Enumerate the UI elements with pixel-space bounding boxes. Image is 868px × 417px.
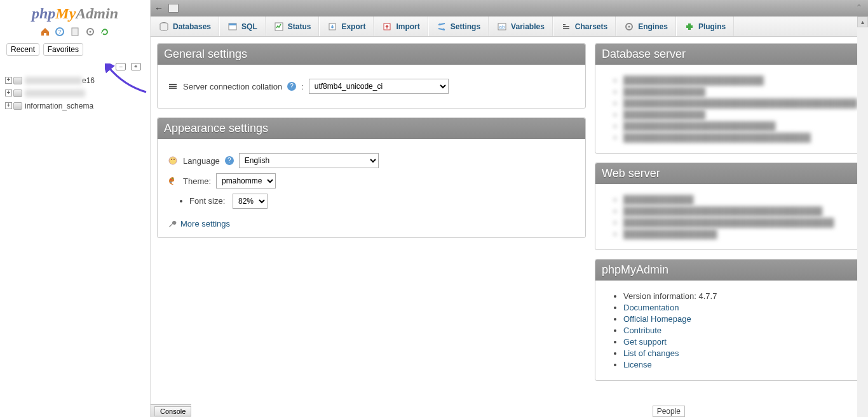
home-icon[interactable]: [40, 27, 50, 37]
engines-icon: [624, 22, 634, 32]
reload-icon[interactable]: [100, 27, 110, 37]
expand-icon[interactable]: +: [5, 89, 12, 96]
svg-point-23: [169, 157, 177, 164]
svg-point-11: [438, 23, 440, 25]
version-info: Version information: 4.7.7: [623, 291, 851, 301]
import-icon: [382, 22, 392, 32]
tab-status[interactable]: Status: [266, 17, 320, 36]
collation-label: Server connection collation: [183, 82, 282, 91]
logout-icon[interactable]: ?: [55, 27, 65, 37]
link-icon[interactable]: ⚭: [131, 63, 141, 70]
server-info-redacted: ██████████████: [623, 87, 851, 96]
language-select[interactable]: English: [239, 153, 379, 168]
tab-settings[interactable]: Settings: [428, 17, 489, 36]
database-server-panel: Database server ████████████████████████…: [595, 43, 862, 154]
tab-plugins[interactable]: Plugins: [676, 17, 734, 36]
tab-label: Variables: [511, 22, 545, 31]
people-tag[interactable]: People: [653, 406, 685, 417]
license-link[interactable]: License: [623, 360, 652, 369]
general-settings-panel: General settings Server connection colla…: [157, 43, 586, 109]
changes-link[interactable]: List of changes: [623, 348, 679, 358]
tab-label: Engines: [638, 22, 668, 31]
appearance-settings-panel: Appearance settings Language ? English T…: [157, 117, 586, 238]
svg-rect-22: [169, 88, 177, 89]
collation-icon: [168, 81, 178, 91]
export-icon: [327, 22, 337, 32]
docs-icon[interactable]: [70, 27, 80, 37]
tab-label: Charsets: [575, 22, 607, 31]
fontsize-select[interactable]: 82%: [233, 194, 268, 209]
tab-label: Plugins: [698, 22, 726, 31]
server-info-redacted: ████████████████████████████████████████: [623, 98, 851, 108]
server-icon[interactable]: [168, 4, 179, 13]
tab-engines[interactable]: Engines: [616, 17, 676, 36]
server-info-redacted: ██████████████████████████: [623, 121, 851, 131]
logo[interactable]: phpMyAdmin: [0, 0, 150, 23]
theme-icon: [168, 176, 178, 186]
tab-label: Settings: [451, 22, 480, 31]
database-icon: [13, 89, 22, 97]
tab-sql[interactable]: SQL: [219, 17, 266, 36]
favorites-tab[interactable]: Favorites: [43, 43, 83, 56]
svg-text:ab: ab: [499, 24, 505, 30]
tab-label: Status: [288, 22, 311, 31]
db-name-suffix: e16: [82, 76, 95, 85]
svg-point-25: [173, 159, 175, 160]
sidebar-tabs: Recent Favorites: [6, 43, 144, 56]
collation-select[interactable]: utf8mb4_unicode_ci: [309, 79, 449, 94]
tab-databases[interactable]: Databases: [151, 17, 219, 36]
database-icon: [13, 77, 22, 84]
logo-part-php: php: [32, 5, 55, 22]
homepage-link[interactable]: Official Homepage: [623, 314, 691, 324]
svg-point-4: [89, 30, 91, 32]
panel-title: Web server: [595, 163, 861, 184]
sidebar-toolbar: ?: [0, 23, 150, 39]
tab-variables[interactable]: abVariables: [489, 17, 553, 36]
server-info-redacted: ██████████████████████████████████: [623, 206, 851, 216]
sql-icon: [227, 22, 238, 32]
tree-row[interactable]: + information_schema: [5, 100, 145, 112]
server-info-redacted: ██████████████: [623, 110, 851, 119]
database-icon: [159, 22, 169, 32]
more-settings-link[interactable]: More settings: [168, 219, 575, 228]
theme-select[interactable]: pmahomme: [216, 173, 276, 189]
support-link[interactable]: Get support: [623, 337, 667, 347]
recent-tab[interactable]: Recent: [6, 43, 39, 56]
svg-rect-2: [72, 28, 78, 36]
contribute-link[interactable]: Contribute: [623, 326, 661, 335]
tab-import[interactable]: Import: [374, 17, 428, 36]
main: ← ⌃ Databases SQL Status Export Import S…: [151, 0, 868, 417]
collapse-icon[interactable]: ⌃: [855, 3, 863, 13]
console-button[interactable]: Console: [154, 406, 191, 416]
tree-tools: – ⚭: [0, 60, 150, 72]
scroll-up-icon[interactable]: ▴: [857, 17, 868, 27]
content: General settings Server connection colla…: [151, 37, 868, 404]
help-icon[interactable]: ?: [225, 156, 234, 165]
database-icon: [13, 102, 22, 110]
nav-back-icon[interactable]: ←: [154, 3, 165, 13]
sidebar: phpMyAdmin ? Recent Favorites – ⚭ + e16 …: [0, 0, 151, 417]
expand-icon[interactable]: +: [5, 102, 12, 109]
settings-gear-icon[interactable]: [85, 27, 95, 37]
documentation-link[interactable]: Documentation: [623, 303, 679, 312]
panel-title: General settings: [158, 44, 585, 65]
db-name-redacted: [25, 89, 85, 97]
tree-row[interactable]: + e16: [5, 74, 145, 87]
tab-export[interactable]: Export: [319, 17, 374, 36]
charsets-icon: [561, 22, 571, 32]
server-info-redacted: ████████████████: [623, 229, 851, 239]
collapse-all-icon[interactable]: –: [116, 63, 126, 70]
panel-title: phpMyAdmin: [595, 260, 861, 281]
tab-charsets[interactable]: Charsets: [553, 17, 616, 36]
more-settings-label: More settings: [180, 219, 230, 228]
console-bar: Console: [151, 404, 191, 417]
server-info-redacted: ████████████: [623, 195, 851, 204]
fontsize-label: Font size:: [189, 196, 225, 206]
tree-row[interactable]: +: [5, 87, 145, 100]
help-icon[interactable]: ?: [287, 82, 296, 91]
fontsize-row: Font size: 82%: [189, 194, 575, 209]
tab-label: Databases: [173, 22, 211, 31]
topbar: ← ⌃: [151, 0, 868, 17]
expand-icon[interactable]: +: [5, 77, 12, 84]
scrollbar[interactable]: ▴: [857, 17, 868, 417]
